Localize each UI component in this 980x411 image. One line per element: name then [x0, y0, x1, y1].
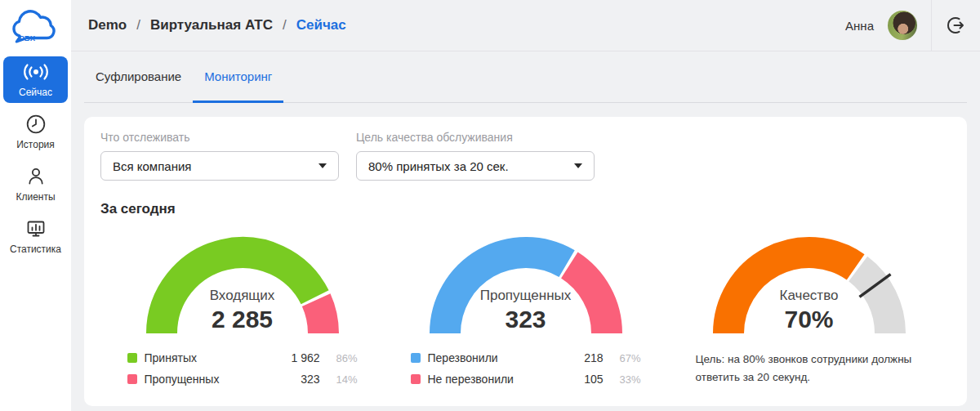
gauge-segment-0 — [445, 252, 567, 333]
person-icon — [25, 166, 47, 187]
legend-value: 323 — [273, 373, 320, 386]
breadcrumb-item-vats[interactable]: Виртуальная АТС — [150, 17, 273, 34]
legend-percent: 86% — [320, 352, 358, 364]
gauge-svg — [145, 234, 341, 337]
legend-row: Принятых1 96286% — [127, 347, 358, 369]
filter-watch: Что отслеживать Вся компания — [100, 131, 339, 181]
legend-swatch — [127, 353, 137, 363]
gauge-arc-area: Пропущенных323 — [428, 234, 624, 337]
header-right: Анна — [845, 0, 980, 51]
legend-row: Не перезвонили10533% — [411, 369, 641, 390]
tab-monitoring[interactable]: Мониторинг — [193, 52, 283, 103]
legend-percent: 67% — [604, 352, 641, 364]
legend-value: 105 — [556, 373, 604, 386]
sidebar-item-label: История — [16, 139, 55, 150]
breadcrumb: Demo / Виртуальная АТС / Сейчас — [71, 17, 346, 34]
legend-swatch — [411, 353, 421, 363]
legend-row: Пропущенных32314% — [127, 369, 358, 390]
legend-value: 1 962 — [273, 351, 320, 364]
sidebar-item-now[interactable]: Сейчас — [3, 56, 68, 103]
sidebar-item-label: Сейчас — [19, 87, 52, 98]
legend-label: Перезвонили — [428, 351, 556, 364]
gauge-segment-1 — [569, 266, 607, 333]
gauge-svg — [711, 234, 907, 337]
tab-bar: Суфлирование Мониторинг — [84, 52, 967, 103]
legend-label: Пропущенных — [145, 373, 273, 386]
logout-button[interactable] — [932, 0, 980, 51]
monitoring-card: Что отслеживать Вся компания Цель качест… — [84, 117, 967, 406]
gauge-arc-area: Качество70% — [711, 234, 907, 337]
gauge-0: Входящих2 285Принятых1 96286%Пропущенных… — [100, 234, 384, 390]
goal-select-value: 80% принятых за 20 сек. — [368, 159, 509, 173]
gauge-svg — [428, 234, 624, 337]
breadcrumb-item-demo[interactable]: Demo — [88, 17, 127, 34]
section-title: За сегодня — [100, 201, 951, 217]
logout-icon — [946, 15, 967, 36]
gauges-row: Входящих2 285Принятых1 96286%Пропущенных… — [100, 234, 951, 390]
pbx-cloud-logo[interactable]: PBX — [10, 6, 62, 50]
filters-row: Что отслеживать Вся компания Цель качест… — [100, 131, 951, 181]
filter-goal-label: Цель качества обслуживания — [356, 131, 595, 144]
breadcrumb-separator: / — [136, 17, 140, 34]
chevron-down-icon — [574, 163, 582, 168]
sidebar-item-history[interactable]: История — [3, 109, 68, 155]
gauge-goal-note: Цель: на 80% звонков сотрудники должны о… — [696, 351, 923, 387]
sidebar-nav: Сейчас История Клиенты — [0, 55, 71, 264]
legend-percent: 14% — [320, 373, 358, 386]
chevron-down-icon — [318, 163, 327, 168]
legend-label: Принятых — [145, 351, 273, 364]
main-area: Суфлирование Мониторинг Что отслеживать … — [71, 52, 980, 411]
stats-monitor-icon — [25, 218, 47, 239]
avatar[interactable] — [888, 11, 917, 40]
filter-goal: Цель качества обслуживания 80% принятых … — [356, 131, 595, 181]
gauge-segment-0 — [162, 252, 315, 333]
gauge-2: Качество70%Цель: на 80% звонков сотрудни… — [667, 234, 951, 390]
clock-icon — [25, 114, 47, 135]
legend-label: Не перезвонили — [428, 373, 556, 386]
gauge-legend: Перезвонили21867%Не перезвонили10533% — [411, 347, 641, 390]
sidebar: PBX Сейчас История — [0, 0, 71, 411]
sidebar-item-label: Статистика — [10, 243, 61, 255]
legend-value: 218 — [556, 351, 604, 364]
filter-watch-label: Что отслеживать — [100, 131, 339, 144]
legend-percent: 33% — [604, 373, 641, 386]
gauge-1: Пропущенных323Перезвонили21867%Не перезв… — [384, 234, 667, 390]
logo-text: PBX — [19, 34, 35, 42]
legend-swatch — [127, 374, 137, 384]
tab-whisper[interactable]: Суфлирование — [84, 52, 193, 103]
legend-row: Перезвонили21867% — [411, 347, 641, 369]
gauge-segment-1 — [316, 300, 323, 333]
gauge-legend: Принятых1 96286%Пропущенных32314% — [127, 347, 358, 390]
legend-swatch — [411, 374, 421, 384]
live-broadcast-icon — [20, 61, 51, 83]
gauge-segment-0 — [728, 252, 856, 333]
breadcrumb-item-now: Сейчас — [296, 17, 346, 34]
breadcrumb-separator: / — [283, 17, 287, 34]
sidebar-item-statistics[interactable]: Статистика — [3, 213, 68, 260]
sidebar-item-label: Клиенты — [16, 191, 55, 203]
goal-select[interactable]: 80% принятых за 20 сек. — [356, 151, 595, 181]
top-header: Demo / Виртуальная АТС / Сейчас Анна — [71, 0, 980, 51]
user-name: Анна — [845, 19, 874, 33]
sidebar-item-clients[interactable]: Клиенты — [3, 161, 68, 208]
watch-select[interactable]: Вся компания — [100, 151, 339, 181]
watch-select-value: Вся компания — [113, 159, 191, 173]
gauge-arc-area: Входящих2 285 — [145, 234, 341, 337]
